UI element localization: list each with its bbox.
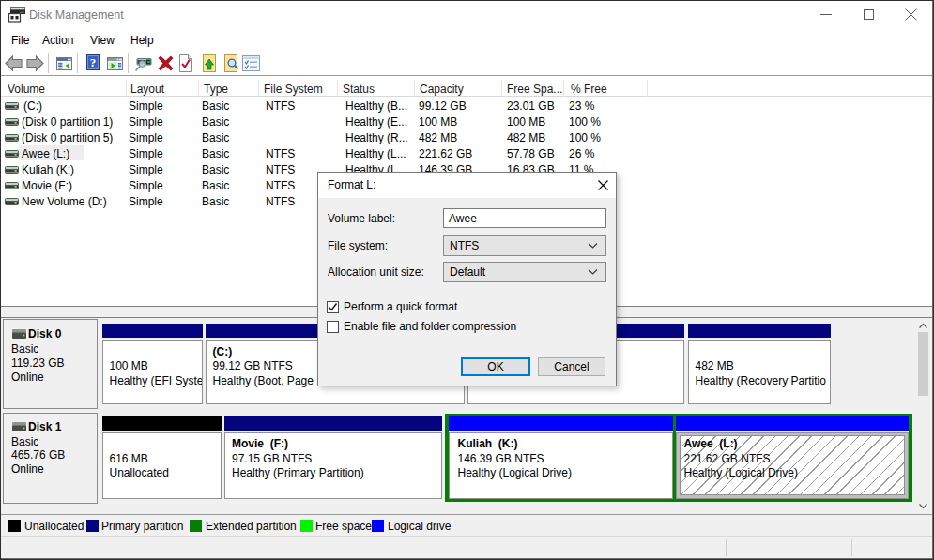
svg-text:?: ? bbox=[90, 55, 97, 69]
